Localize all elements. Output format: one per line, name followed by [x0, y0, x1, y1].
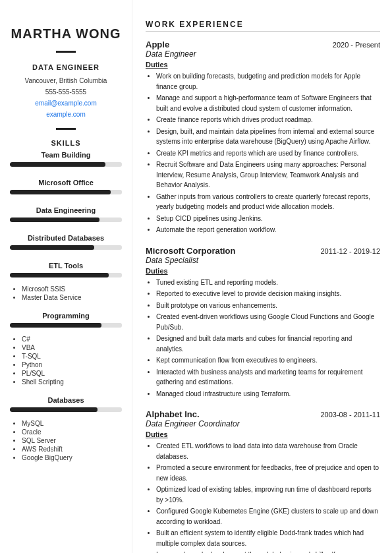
skill-ms-office-label: Microsoft Office [10, 179, 122, 187]
duty-item: Gather inputs from various controllers t… [156, 192, 380, 212]
duty-item: Manage and support a high-performance te… [156, 93, 380, 113]
duty-item: Created event-driven workflows using Goo… [156, 312, 380, 332]
contact-divider [56, 128, 76, 130]
duty-item: Setup CICD pipelines using Jenkins. [156, 214, 380, 224]
db-mysql: MySQL [22, 420, 122, 427]
duty-item: Kept communication flow from executives … [156, 355, 380, 366]
job-alphabet-header: Alphabet Inc. 2003-08 - 2011-11 [146, 409, 380, 419]
duties-list-alphabet: Created ETL workflows to load data into … [146, 441, 380, 553]
skill-team-building-label: Team Building [10, 151, 122, 159]
duty-item: Created ETL workflows to load data into … [156, 441, 380, 461]
sidebar: MARTHA WONG DATA ENGINEER Vancouver, Bri… [0, 0, 132, 553]
resume-page: MARTHA WONG DATA ENGINEER Vancouver, Bri… [0, 0, 392, 553]
duty-item: Promoted a secure environment for feedba… [156, 463, 380, 483]
databases-subitems: MySQL Oracle SQL Server AWS Redshift Goo… [10, 420, 122, 461]
skill-databases: Databases MySQL Oracle SQL Server AWS Re… [10, 396, 122, 468]
etl-item-mds: Master Data Service [22, 294, 122, 301]
skill-team-building-fill [10, 162, 105, 167]
title-microsoft-2011: Data Specialist [146, 256, 380, 265]
duties-list-microsoft-2011: Tuned existing ETL and reporting models.… [146, 277, 380, 399]
duties-list-apple: Work on building forecasts, budgeting an… [146, 71, 380, 235]
duties-label-microsoft-2011: Duties [146, 267, 380, 275]
skill-etl-tools-bar [10, 273, 122, 277]
company-alphabet: Alphabet Inc. [146, 409, 200, 419]
contact-info: Vancouver, British Columbia 555-555-5555… [25, 75, 107, 120]
dates-microsoft-2011: 2011-12 - 2019-12 [320, 247, 380, 255]
skill-programming: Programming C# VBA T-SQL Python PL/SQL S… [10, 312, 122, 392]
duty-item: Managed cloud infrastructure using Terra… [156, 389, 380, 399]
dates-apple: 2020 - Present [333, 41, 380, 49]
dates-alphabet: 2003-08 - 2011-11 [320, 411, 380, 419]
duty-item: Increased people development through beh… [156, 550, 380, 553]
skill-team-building: Team Building [10, 151, 122, 175]
skill-programming-label: Programming [10, 312, 122, 320]
etl-item-ssis: Microsoft SSIS [22, 285, 122, 293]
skill-databases-label: Databases [10, 396, 122, 404]
company-apple: Apple [146, 40, 169, 49]
duty-item: Automate the report generation workflow. [156, 225, 380, 235]
db-bigquery: Google BigQuery [22, 454, 122, 461]
skill-data-engineering-fill [10, 218, 99, 222]
prog-csharp: C# [22, 335, 122, 343]
skill-etl-tools: ETL Tools Microsoft SSIS Master Data Ser… [10, 262, 122, 308]
job-microsoft-2011: Microsoft Corporation 2011-12 - 2019-12 … [146, 246, 380, 399]
job-apple: Apple 2020 - Present Data Engineer Dutie… [146, 40, 380, 235]
prog-plsql: PL/SQL [22, 370, 122, 377]
prog-vba: VBA [22, 344, 122, 351]
duty-item: Configured Google Kubernetes Engine (GKE… [156, 506, 380, 527]
etl-subitems: Microsoft SSIS Master Data Service [10, 285, 122, 301]
duty-item: Recruit Software and Data Engineers usin… [156, 160, 380, 190]
duties-label-apple: Duties [146, 61, 380, 69]
duty-item: Tuned existing ETL and reporting models. [156, 277, 380, 288]
programming-subitems: C# VBA T-SQL Python PL/SQL Shell Scripti… [10, 335, 122, 386]
skill-distributed-db-label: Distributed Databases [10, 234, 122, 242]
skill-ms-office-bar [10, 190, 122, 194]
candidate-name: MARTHA WONG [11, 26, 121, 42]
skill-programming-bar [10, 323, 122, 328]
duties-label-alphabet: Duties [146, 430, 380, 438]
db-oracle: Oracle [22, 428, 122, 436]
skill-distributed-db-bar [10, 245, 122, 250]
email-link[interactable]: email@example.com [35, 100, 97, 107]
prog-python: Python [22, 361, 122, 368]
skills-header: SKILLS [51, 139, 80, 147]
skill-databases-bar [10, 407, 122, 412]
skill-ms-office-fill [10, 190, 111, 194]
title-apple: Data Engineer [146, 49, 380, 59]
prog-tsql: T-SQL [22, 353, 122, 360]
db-redshift: AWS Redshift [22, 446, 122, 453]
job-alphabet: Alphabet Inc. 2003-08 - 2011-11 Data Eng… [146, 409, 380, 553]
duty-item: Reported to executive level to provide d… [156, 289, 380, 299]
job-title-label: DATA ENGINEER [32, 63, 99, 71]
duty-item: Create finance reports which drives prod… [156, 115, 380, 125]
location: Vancouver, British Columbia [25, 75, 107, 86]
skill-programming-fill [10, 323, 101, 328]
duty-item: Work on building forecasts, budgeting an… [156, 71, 380, 92]
db-sqlserver: SQL Server [22, 437, 122, 444]
phone: 555-555-5555 [25, 86, 107, 98]
name-divider [56, 51, 76, 53]
job-microsoft-2011-header: Microsoft Corporation 2011-12 - 2019-12 [146, 246, 380, 256]
prog-shell: Shell Scripting [22, 378, 122, 386]
main-content: WORK EXPERIENCE Apple 2020 - Present Dat… [132, 0, 392, 553]
skill-data-engineering-label: Data Engineering [10, 206, 122, 214]
duty-item: Built prototype on various enhancements. [156, 301, 380, 311]
skill-team-building-bar [10, 162, 122, 167]
duty-item: Create KPI metrics and reports which are… [156, 148, 380, 159]
skill-databases-fill [10, 407, 98, 412]
job-apple-header: Apple 2020 - Present [146, 40, 380, 49]
duty-item: Optimized load of existing tables, impro… [156, 484, 380, 505]
company-microsoft-2011: Microsoft Corporation [146, 246, 236, 256]
skill-etl-tools-label: ETL Tools [10, 262, 122, 270]
skill-data-engineering: Data Engineering [10, 206, 122, 230]
duty-item: Designed and built data marts and cubes … [156, 334, 380, 354]
duty-item: Interacted with business analysts and ma… [156, 367, 380, 388]
skill-etl-tools-fill [10, 273, 109, 277]
website-link[interactable]: example.com [46, 111, 85, 118]
duty-item: Design, built, and maintain data pipelin… [156, 127, 380, 147]
title-alphabet: Data Engineer Coordinator [146, 419, 380, 428]
skill-ms-office: Microsoft Office [10, 179, 122, 202]
skill-data-engineering-bar [10, 218, 122, 222]
work-experience-title: WORK EXPERIENCE [146, 20, 380, 32]
duty-item: Built an efficient system to identify el… [156, 528, 380, 548]
